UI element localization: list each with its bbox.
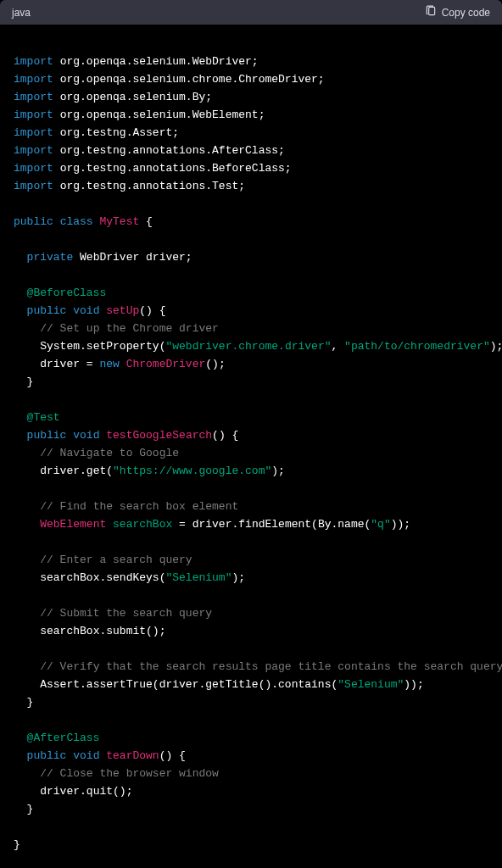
copy-code-button[interactable]: Copy code — [425, 5, 490, 19]
copy-code-label: Copy code — [442, 7, 490, 19]
language-label: java — [12, 7, 31, 19]
clipboard-icon — [425, 5, 437, 19]
code-content: import org.openqa.selenium.WebDriver; im… — [0, 25, 502, 864]
svg-rect-0 — [428, 7, 434, 14]
code-header: java Copy code — [0, 0, 502, 25]
code-block: java Copy code import org.openqa.seleniu… — [0, 0, 502, 868]
